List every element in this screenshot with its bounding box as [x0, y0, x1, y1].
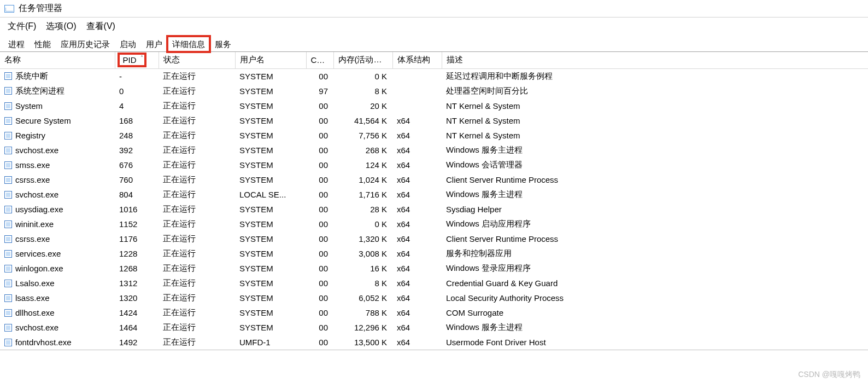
cell-mem: 1,716 K: [333, 187, 392, 202]
process-icon: [4, 250, 12, 258]
cell-arch: x64: [392, 202, 442, 217]
cell-desc: Windows 登录应用程序: [442, 261, 868, 276]
cell-arch: x64: [392, 143, 442, 158]
table-row[interactable]: winlogon.exe1268正在运行SYSTEM0016 Kx64Windo…: [0, 261, 868, 276]
cell-name-text: dllhost.exe: [15, 308, 55, 317]
cell-desc: Windows 服务主进程: [442, 143, 868, 158]
cell-cpu: 00: [306, 291, 333, 305]
cell-pid: 1268: [115, 261, 159, 276]
tab-performance[interactable]: 性能: [30, 36, 56, 52]
menu-view[interactable]: 查看(V): [86, 21, 115, 32]
tab-processes[interactable]: 进程: [3, 36, 30, 52]
cell-arch: x64: [392, 335, 442, 350]
cell-pid: 804: [115, 187, 159, 202]
process-icon: [4, 132, 12, 140]
cell-arch: x64: [392, 128, 442, 143]
cell-cpu: 00: [306, 143, 333, 158]
cell-name-text: Registry: [15, 131, 45, 140]
col-header-arch[interactable]: 体系结构: [392, 52, 442, 68]
cell-desc: Client Server Runtime Process: [442, 172, 868, 187]
col-header-pid-box: PID ˄: [120, 55, 144, 65]
col-header-mem-label: 内存(活动的...: [338, 55, 389, 64]
col-header-desc[interactable]: 描述: [442, 52, 868, 68]
cell-desc: 服务和控制器应用: [442, 246, 868, 261]
cell-user: SYSTEM: [235, 276, 306, 291]
cell-desc: NT Kernel & System: [442, 98, 868, 113]
table-row[interactable]: Secure System168正在运行SYSTEM0041,564 Kx64N…: [0, 113, 868, 128]
cell-arch: x64: [392, 291, 442, 305]
table-row[interactable]: svchost.exe804正在运行LOCAL SE...001,716 Kx6…: [0, 187, 868, 202]
cell-user: SYSTEM: [235, 143, 306, 158]
cell-pid: 168: [115, 113, 159, 128]
process-icon: [4, 220, 12, 228]
cell-desc: NT Kernel & System: [442, 113, 868, 128]
col-header-state[interactable]: 状态: [159, 52, 235, 68]
cell-pid: 1016: [115, 202, 159, 217]
cell-mem: 788 K: [333, 305, 392, 320]
menu-file[interactable]: 文件(F): [8, 21, 36, 32]
cell-name-text: System: [15, 101, 43, 111]
cell-name: fontdrvhost.exe: [0, 335, 115, 350]
col-header-user[interactable]: 用户名: [235, 52, 306, 68]
process-icon: [4, 102, 12, 110]
app-icon: [4, 5, 14, 13]
cell-cpu: 00: [306, 98, 333, 113]
cell-user: SYSTEM: [235, 158, 306, 172]
col-header-mem[interactable]: 内存(活动的...: [333, 52, 392, 68]
col-header-arch-label: 体系结构: [397, 55, 430, 64]
cell-user: SYSTEM: [235, 261, 306, 276]
table-row[interactable]: svchost.exe1464正在运行SYSTEM0012,296 Kx64Wi…: [0, 320, 868, 335]
table-row[interactable]: csrss.exe760正在运行SYSTEM001,024 Kx64Client…: [0, 172, 868, 187]
col-header-cpu[interactable]: CPU: [306, 52, 333, 68]
cell-cpu: 97: [306, 84, 333, 98]
tab-services[interactable]: 服务: [210, 36, 236, 52]
cell-desc: Local Security Authority Process: [442, 291, 868, 305]
table-row[interactable]: Lsalso.exe1312正在运行SYSTEM008 Kx64Credenti…: [0, 276, 868, 291]
details-grid: 名称 PID ˄ 状态 用户名 CPU 内存(活动的... 体系结构 描述 系统…: [0, 52, 868, 350]
cell-name: dllhost.exe: [0, 305, 115, 320]
cell-user: SYSTEM: [235, 305, 306, 320]
cell-name-text: fontdrvhost.exe: [15, 338, 72, 347]
cell-cpu: 00: [306, 172, 333, 187]
table-row[interactable]: services.exe1228正在运行SYSTEM003,008 Kx64服务…: [0, 246, 868, 261]
table-row[interactable]: dllhost.exe1424正在运行SYSTEM00788 Kx64COM S…: [0, 305, 868, 320]
cell-state: 正在运行: [159, 276, 235, 291]
cell-name-text: Secure System: [15, 116, 71, 125]
col-header-cpu-label: CPU: [311, 55, 329, 65]
cell-name-text: 系统中断: [15, 71, 48, 80]
process-icon: [4, 176, 12, 184]
col-header-name[interactable]: 名称: [0, 52, 115, 68]
tab-details[interactable]: 详细信息: [167, 36, 210, 52]
cell-name: lsass.exe: [0, 291, 115, 305]
table-row[interactable]: smss.exe676正在运行SYSTEM00124 Kx64Windows 会…: [0, 158, 868, 172]
table-row[interactable]: csrss.exe1176正在运行SYSTEM001,320 Kx64Clien…: [0, 231, 868, 246]
table-row[interactable]: 系统中断-正在运行SYSTEM000 K延迟过程调用和中断服务例程: [0, 68, 868, 84]
cell-user: SYSTEM: [235, 68, 306, 84]
cell-user: SYSTEM: [235, 246, 306, 261]
cell-mem: 7,756 K: [333, 128, 392, 143]
table-row[interactable]: 系统空闲进程0正在运行SYSTEM978 K处理器空闲时间百分比: [0, 84, 868, 98]
table-row[interactable]: Registry248正在运行SYSTEM007,756 Kx64NT Kern…: [0, 128, 868, 143]
cell-mem: 8 K: [333, 276, 392, 291]
cell-desc: Windows 会话管理器: [442, 158, 868, 172]
cell-user: LOCAL SE...: [235, 187, 306, 202]
cell-user: SYSTEM: [235, 291, 306, 305]
tab-startup[interactable]: 启动: [115, 36, 141, 52]
table-row[interactable]: lsass.exe1320正在运行SYSTEM006,052 Kx64Local…: [0, 291, 868, 305]
col-header-pid[interactable]: PID ˄: [115, 52, 159, 68]
tab-users[interactable]: 用户: [141, 36, 167, 52]
title-bar: 任务管理器: [0, 0, 868, 18]
table-row[interactable]: System4正在运行SYSTEM0020 KNT Kernel & Syste…: [0, 98, 868, 113]
cell-name-text: services.exe: [15, 249, 61, 258]
table-row[interactable]: usysdiag.exe1016正在运行SYSTEM0028 Kx64Sysdi…: [0, 202, 868, 217]
table-row[interactable]: svchost.exe392正在运行SYSTEM00268 Kx64Window…: [0, 143, 868, 158]
table-row[interactable]: fontdrvhost.exe1492正在运行UMFD-10013,500 Kx…: [0, 335, 868, 350]
tab-app-history[interactable]: 应用历史记录: [56, 36, 115, 52]
cell-user: SYSTEM: [235, 231, 306, 246]
menu-options[interactable]: 选项(O): [46, 21, 76, 32]
cell-name: usysdiag.exe: [0, 202, 115, 217]
cell-pid: 1464: [115, 320, 159, 335]
table-row[interactable]: wininit.exe1152正在运行SYSTEM000 Kx64Windows…: [0, 217, 868, 231]
cell-desc: Windows 服务主进程: [442, 187, 868, 202]
process-icon: [4, 87, 12, 95]
